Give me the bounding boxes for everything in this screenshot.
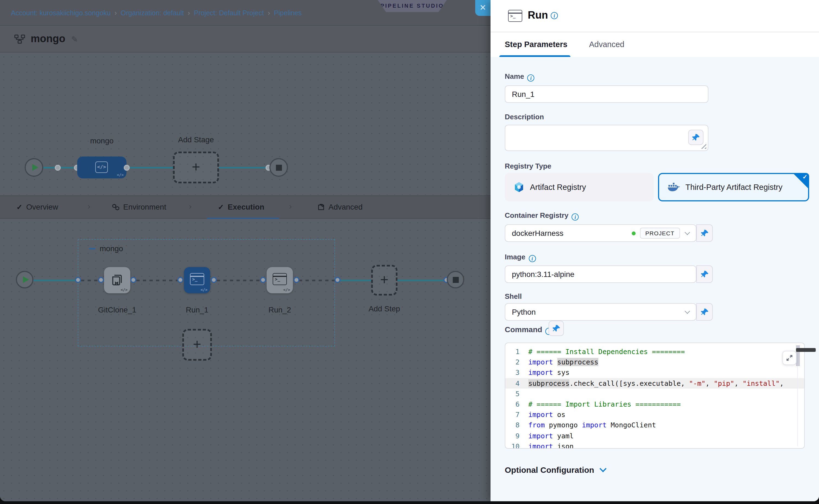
image-input[interactable]: python:3.11-alpine: [505, 265, 696, 283]
step-label[interactable]: Run_1: [164, 305, 230, 314]
drawer-body: Namei Id i : Run_1 Run_1 Description Reg…: [491, 57, 819, 501]
step-node-run-2[interactable]: >_ </>: [267, 267, 293, 293]
connector-line: [219, 167, 269, 168]
tab-step-parameters[interactable]: Step Parameters: [505, 40, 568, 49]
add-stage-label[interactable]: Add Stage: [163, 135, 229, 144]
step-label[interactable]: Run_2: [247, 305, 312, 314]
breadcrumb-org[interactable]: Organization: default: [121, 9, 184, 17]
code-badge-icon: </>: [121, 288, 128, 292]
drawer-header: >_ Run i: [491, 0, 819, 32]
connector-dashed: [299, 280, 336, 281]
add-step-label[interactable]: Add Step: [351, 304, 417, 313]
line-number: 7: [505, 409, 528, 420]
name-input[interactable]: Run_1: [505, 85, 708, 103]
execution-start-node[interactable]: [16, 271, 33, 288]
command-code-editor[interactable]: 1# ====== Install Dependencies ========2…: [505, 343, 805, 449]
terminal-icon: >_: [190, 273, 204, 285]
breadcrumb-separator: ›: [188, 9, 190, 17]
tab-environment[interactable]: Environment: [112, 202, 166, 211]
group-header[interactable]: mongo: [89, 244, 123, 253]
collapse-group-icon[interactable]: [89, 248, 95, 249]
code-line[interactable]: 6# ====== Import Libraries ===========: [505, 399, 804, 409]
id-line: Id i : Run_1: [653, 75, 819, 83]
code-line[interactable]: 2import subprocess: [505, 357, 804, 367]
connector-line: [33, 280, 78, 281]
breadcrumb-account[interactable]: Account: kurosakiichigo.songoku: [11, 9, 111, 17]
line-number: 2: [505, 357, 528, 367]
step-config-drawer: >_ Run i Apply Changes Discard Step Para…: [491, 0, 819, 501]
breadcrumb-project[interactable]: Project: Default Project: [194, 9, 264, 17]
line-number: 8: [505, 420, 528, 430]
description-textarea[interactable]: [505, 125, 708, 151]
pin-runtime-input-button[interactable]: [696, 303, 713, 321]
expand-editor-button[interactable]: [782, 351, 797, 365]
execution-graph-canvas[interactable]: mongo </> >_ </>: [0, 219, 491, 501]
tab-label: Overview: [26, 202, 58, 211]
pipeline-title: mongo: [31, 33, 65, 45]
pin-runtime-input-button[interactable]: [549, 321, 564, 336]
ci-stage-icon: </>: [95, 161, 108, 173]
tab-overview[interactable]: ✓ Overview: [16, 202, 58, 211]
connector-line: [126, 167, 173, 168]
shell-select[interactable]: Python: [505, 303, 696, 321]
code-line[interactable]: 5: [505, 389, 804, 399]
chevron-down-icon[interactable]: [685, 229, 690, 235]
step-node-run-1-selected[interactable]: >_ </>: [184, 267, 210, 293]
info-icon[interactable]: i: [572, 213, 579, 221]
stage-node-mongo[interactable]: </> </>: [77, 157, 126, 178]
stage-label[interactable]: mongo: [69, 136, 135, 145]
breadcrumb-separator: ›: [114, 9, 117, 17]
app-window: Account: kurosakiichigo.songoku›Organiza…: [0, 0, 819, 501]
execution-end-node[interactable]: [447, 271, 464, 288]
chevron-down-icon[interactable]: [685, 308, 690, 314]
pin-runtime-input-button[interactable]: [688, 130, 704, 145]
code-line[interactable]: 9import yaml: [505, 430, 804, 441]
step-node-gitclone-1[interactable]: </>: [104, 267, 130, 293]
tab-execution[interactable]: ✓ Execution: [218, 202, 264, 211]
stage-graph-canvas[interactable]: </> </> + mongo Add Stage: [0, 53, 491, 195]
step-label[interactable]: GitClone_1: [84, 305, 150, 314]
info-icon[interactable]: i: [551, 12, 558, 19]
docker-icon: [668, 182, 680, 192]
connector-port: [334, 277, 340, 283]
close-drawer-button[interactable]: ✕: [475, 0, 491, 16]
breadcrumb-pipelines[interactable]: Pipelines: [274, 9, 302, 17]
pipeline-start-node[interactable]: [25, 158, 43, 177]
check-icon: ✓: [16, 203, 22, 211]
selected-check-corner: ✓: [793, 173, 809, 189]
code-line[interactable]: 8from pymongo import MongoClient: [505, 420, 804, 430]
scope-tag: PROJECT: [640, 228, 680, 239]
pipeline-end-node[interactable]: [269, 158, 288, 177]
code-badge-icon: </>: [201, 288, 207, 292]
breadcrumb: Account: kurosakiichigo.songoku›Organiza…: [11, 9, 302, 17]
drawer-scrollbar-thumb[interactable]: [796, 348, 816, 352]
pin-runtime-input-button[interactable]: [696, 224, 713, 242]
line-number: 1: [505, 346, 528, 357]
container-registry-label: Container Registryi: [505, 211, 579, 221]
container-registry-select[interactable]: dockerHarness PROJECT: [505, 224, 696, 242]
pin-icon: [701, 308, 709, 316]
registry-option-third-party[interactable]: Third-Party Artifact Registry ✓: [658, 173, 809, 201]
code-line[interactable]: 10import json: [505, 441, 804, 449]
chevron-right-icon: ›: [88, 201, 90, 211]
optional-configuration-toggle[interactable]: Optional Configuration: [505, 465, 606, 474]
pin-icon: [701, 229, 709, 237]
code-badge-icon: </>: [117, 173, 124, 177]
code-line[interactable]: 4subprocess.check_call([sys.executable, …: [505, 378, 804, 388]
line-number: 3: [505, 367, 528, 378]
pin-runtime-input-button[interactable]: [696, 265, 713, 283]
add-step-button[interactable]: +: [371, 265, 397, 296]
code-line[interactable]: 1# ====== Install Dependencies ========: [505, 346, 804, 357]
info-icon[interactable]: i: [529, 255, 536, 262]
registry-option-artifact[interactable]: Artifact Registry: [505, 173, 654, 201]
add-parallel-step-button[interactable]: +: [182, 329, 212, 361]
info-icon[interactable]: i: [528, 74, 535, 82]
line-number: 9: [505, 430, 528, 441]
tab-advanced[interactable]: Advanced: [589, 40, 624, 49]
edit-pipeline-name-icon[interactable]: ✎: [71, 34, 78, 44]
add-stage-button[interactable]: +: [173, 152, 219, 183]
code-line[interactable]: 3import sys: [505, 367, 804, 378]
tab-advanced[interactable]: Advanced: [317, 202, 363, 211]
check-icon: ✓: [218, 203, 224, 211]
code-line[interactable]: 7import os: [505, 409, 804, 420]
